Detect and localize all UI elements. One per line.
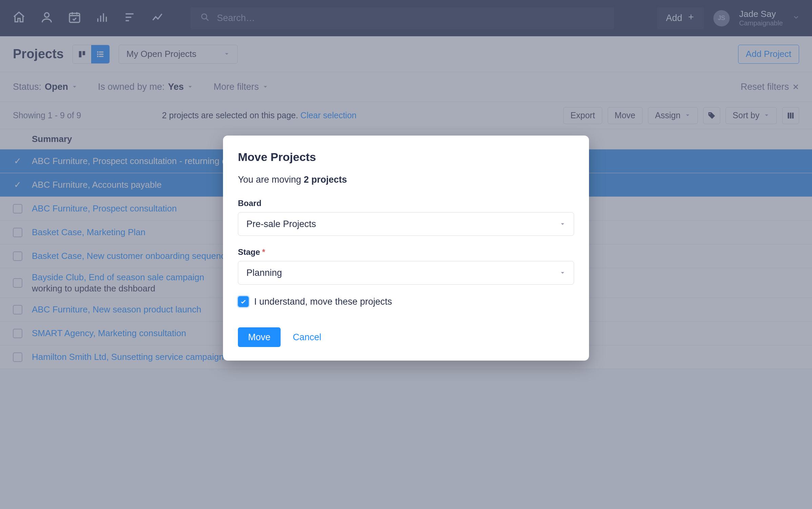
stage-select-value: Planning — [246, 268, 282, 278]
moving-count: 2 projects — [304, 175, 347, 185]
moving-prefix: You are moving — [238, 175, 304, 185]
moving-line: You are moving 2 projects — [238, 175, 574, 185]
cancel-button[interactable]: Cancel — [293, 332, 321, 343]
board-field-label: Board — [238, 199, 574, 208]
confirm-move-button[interactable]: Move — [238, 327, 281, 347]
consent-label: I understand, move these projects — [254, 297, 392, 307]
consent-checkbox[interactable] — [238, 296, 249, 307]
chevron-down-icon — [560, 268, 566, 278]
move-projects-modal: Move Projects You are moving 2 projects … — [223, 136, 589, 361]
board-select[interactable]: Pre-sale Projects — [238, 212, 574, 236]
modal-title: Move Projects — [238, 150, 574, 164]
required-asterisk: * — [262, 247, 265, 257]
modal-overlay[interactable]: Move Projects You are moving 2 projects … — [0, 0, 812, 509]
board-select-value: Pre-sale Projects — [246, 219, 316, 229]
chevron-down-icon — [560, 219, 566, 229]
modal-actions: Move Cancel — [238, 327, 574, 347]
consent-row[interactable]: I understand, move these projects — [238, 296, 574, 307]
stage-field-label: Stage * — [238, 247, 574, 257]
stage-select[interactable]: Planning — [238, 261, 574, 285]
